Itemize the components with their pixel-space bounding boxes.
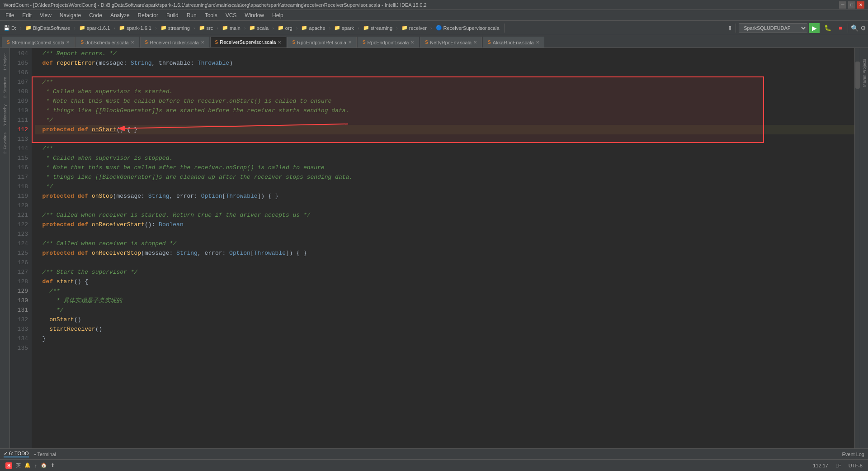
tabs-bar: S StreamingContext.scala ✕ S JobSchedule…	[0, 35, 868, 48]
scala-file-icon-6: S	[363, 40, 366, 45]
tab-receiver-supervisor[interactable]: S ReceiverSupervisor.scala ✕	[210, 37, 287, 48]
sidebar-favorites[interactable]: 2: Favorites	[2, 131, 8, 156]
code-line-131: */	[35, 305, 854, 315]
toolbar-streaming[interactable]: 📁 streaming	[159, 24, 192, 32]
title-bar: WordCount - [D:\IdeaProjects\WordCount] …	[0, 0, 868, 10]
sidebar-hierarchy[interactable]: 3: Hierarchy	[2, 103, 8, 128]
tab-close-streaming-context[interactable]: ✕	[66, 40, 70, 45]
line-numbers: 104 105 106 107 108 109 110 111 112 113 …	[10, 48, 32, 448]
code-line-124: /** Called when receiver is stopped */	[35, 239, 854, 248]
sidebar-structure[interactable]: 2: Structure	[2, 75, 8, 100]
debug-button[interactable]: 🐛	[821, 23, 834, 33]
tab-close-job-scheduler[interactable]: ✕	[131, 40, 134, 45]
sogou-icon: S	[5, 462, 12, 469]
terminal-icon: ▪	[34, 452, 36, 457]
code-line-128: def start() {	[35, 277, 854, 286]
search-icon[interactable]: 🔍	[851, 24, 859, 32]
menu-analyze[interactable]: Analyze	[107, 11, 133, 19]
scrollbar-track[interactable]	[854, 48, 860, 448]
minimize-button[interactable]: ─	[839, 1, 846, 9]
tab-close-rpc-endpoint[interactable]: ✕	[410, 40, 414, 45]
code-line-120	[35, 201, 854, 210]
code-line-122: protected def onReceiverStart(): Boolean	[35, 220, 854, 229]
toolbar-scala[interactable]: 📁 scala	[247, 24, 270, 32]
code-line-129: /**	[35, 286, 854, 296]
toolbar-src[interactable]: 📁 src	[197, 24, 215, 32]
run-button[interactable]: ▶	[809, 23, 820, 33]
scala-file-icon-2: S	[80, 40, 84, 45]
scala-file-icon: S	[7, 40, 10, 45]
tab-close-akka-rpc-env[interactable]: ✕	[536, 40, 539, 45]
settings-icon[interactable]: ⚙	[860, 24, 866, 32]
toolbar-apache[interactable]: 📁 apache	[299, 24, 327, 32]
folder-icon-12: 📁	[401, 25, 408, 31]
folder-icon-3: 📁	[119, 25, 125, 31]
scala-file-icon-8: S	[488, 40, 491, 45]
toolbar-spark1[interactable]: 📁 spark1.6.1	[77, 24, 112, 32]
tab-akka-rpc-env[interactable]: S AkkaRpcEnv.scala ✕	[483, 37, 544, 48]
git-icon: ⬆	[727, 24, 733, 32]
code-line-109: * Note that this must be called before t…	[35, 96, 854, 106]
tab-close-receiver-supervisor[interactable]: ✕	[278, 40, 281, 45]
tab-streaming-context[interactable]: S StreamingContext.scala ✕	[2, 37, 75, 48]
tab-close-rpc-endpoint-ref[interactable]: ✕	[348, 40, 352, 45]
menu-file[interactable]: File	[2, 11, 18, 19]
tab-close-netty-rpc-env[interactable]: ✕	[473, 40, 477, 45]
menu-help[interactable]: Help	[269, 11, 287, 19]
window-controls: ─ □ ✕	[839, 1, 864, 9]
code-line-106	[35, 68, 854, 77]
toolbar-drive[interactable]: 💾 D:	[2, 24, 18, 32]
toolbar-spark2[interactable]: 📁 spark-1.6.1	[117, 24, 153, 32]
toolbar-bigdata[interactable]: 📁 BigDataSoftware	[24, 24, 72, 32]
menu-tools[interactable]: Tools	[201, 11, 221, 19]
menu-refactor[interactable]: Refactor	[134, 11, 162, 19]
toolbar-streaming2[interactable]: 📁 streaming	[361, 24, 394, 32]
tab-job-scheduler[interactable]: S JobScheduler.scala ✕	[75, 37, 139, 48]
code-line-114: /**	[35, 144, 854, 153]
menu-vcs[interactable]: VCS	[222, 11, 241, 19]
tab-netty-rpc-env[interactable]: S NettyRpcEnv.scala ✕	[420, 37, 482, 48]
tab-rpc-endpoint[interactable]: S RpcEndpoint.scala ✕	[358, 37, 419, 48]
toolbar: 💾 D: › 📁 BigDataSoftware › 📁 spark1.6.1 …	[0, 21, 868, 35]
folder-icon-11: 📁	[363, 25, 369, 31]
event-log-button[interactable]: Event Log	[842, 452, 864, 457]
folder-icon-5: 📁	[199, 25, 205, 31]
toolbar-main[interactable]: 📁 main	[220, 24, 242, 32]
run-config-dropdown[interactable]: SparkSQLUDFUDAF	[739, 23, 807, 33]
tab-rpc-endpoint-ref[interactable]: S RpcEndpointRef.scala ✕	[287, 37, 357, 48]
toolbar-file[interactable]: 🔵 ReceiverSupervisor.scala	[434, 24, 501, 32]
menu-edit[interactable]: Edit	[19, 11, 35, 19]
code-line-108: * Called when supervisor is started.	[35, 87, 854, 96]
tab-receiver-tracker[interactable]: S ReceiverTracker.scala ✕	[140, 37, 209, 48]
scrollbar-thumb[interactable]	[855, 62, 860, 89]
menu-view[interactable]: View	[36, 11, 55, 19]
toolbar-sep-1: ›	[20, 25, 22, 31]
tab-close-receiver-tracker[interactable]: ✕	[201, 40, 204, 45]
folder-icon-4: 📁	[160, 25, 167, 31]
folder-icon-6: 📁	[222, 25, 228, 31]
menu-code[interactable]: Code	[85, 11, 106, 19]
toolbar-org[interactable]: 📁 org	[276, 24, 294, 32]
menu-window[interactable]: Window	[241, 11, 268, 19]
code-line-133: startReceiver()	[35, 324, 854, 334]
line-ending: LF	[835, 463, 841, 468]
code-line-105: def reportError(message: String, throwab…	[35, 58, 854, 68]
menu-build[interactable]: Build	[163, 11, 182, 19]
maven-projects-panel[interactable]: Maven Projects	[862, 59, 867, 87]
maximize-button[interactable]: □	[848, 1, 855, 9]
sidebar-project[interactable]: 1: Project	[2, 52, 8, 72]
toolbar-receiver[interactable]: 📁 receiver	[400, 24, 429, 32]
menu-run[interactable]: Run	[183, 11, 200, 19]
file-icon: 🔵	[436, 25, 442, 31]
code-line-113	[35, 134, 854, 144]
code-line-130: * 具体实现是子类实现的	[35, 296, 854, 305]
todo-tab[interactable]: ✓ 6: TODO	[4, 451, 29, 457]
toolbar-spark3[interactable]: 📁 spark	[332, 24, 356, 32]
code-line-111: */	[35, 115, 854, 125]
code-line-121: /** Called when receiver is started. Ret…	[35, 210, 854, 220]
code-content[interactable]: /** Report errors. */ def reportError(me…	[32, 48, 854, 448]
terminal-tab[interactable]: ▪ Terminal	[34, 452, 56, 457]
stop-button[interactable]: ■	[836, 23, 845, 33]
menu-navigate[interactable]: Navigate	[56, 11, 85, 19]
close-button[interactable]: ✕	[857, 1, 864, 9]
